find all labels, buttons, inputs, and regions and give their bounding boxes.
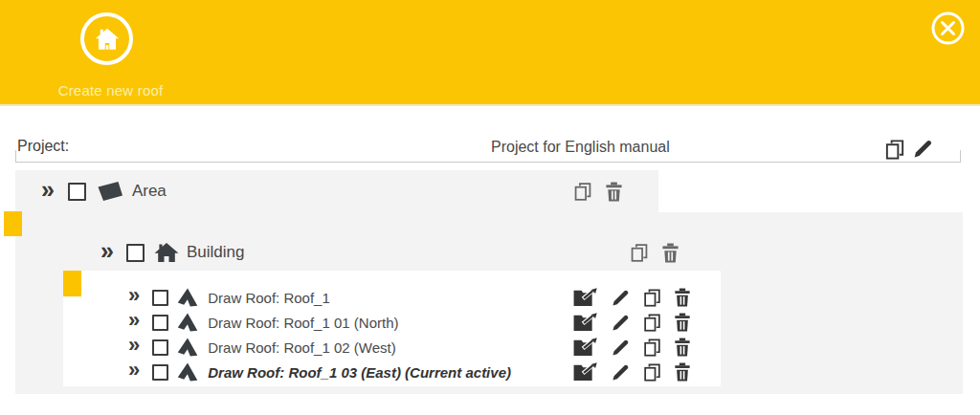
edit-roof-icon[interactable] [611, 313, 631, 333]
copy-building-icon[interactable] [630, 243, 649, 263]
copy-roof-icon[interactable] [643, 313, 661, 333]
copy-roof-icon[interactable] [643, 362, 661, 382]
roof-row: » Draw Roof: Roof_1 01 (North) [63, 310, 721, 335]
home-icon [93, 25, 122, 54]
building-content-panel: » Draw Roof: Roof_1 [63, 271, 721, 386]
project-name-input[interactable] [15, 150, 961, 163]
area-icon [96, 181, 124, 202]
circled-x-icon [930, 11, 966, 46]
open-roof-icon[interactable] [572, 313, 598, 333]
roof-checkbox[interactable] [152, 315, 168, 331]
copy-roof-icon[interactable] [643, 338, 661, 358]
open-roof-icon[interactable] [572, 288, 598, 308]
edit-roof-icon[interactable] [611, 338, 631, 358]
roof-row-current-active: » Draw Roof: Roof_1 03 (East) (Current a… [63, 360, 721, 384]
roof-label: Draw Roof: Roof_1 01 (North) [208, 315, 398, 331]
copy-roof-icon[interactable] [643, 288, 661, 308]
open-roof-icon[interactable] [572, 338, 598, 358]
open-roof-icon[interactable] [572, 362, 598, 382]
roof-tool-window: Create new roof Project: Project for Eng… [0, 0, 980, 415]
roof-checkbox[interactable] [152, 290, 168, 306]
area-level-marker [4, 211, 22, 236]
expand-chevron-icon[interactable]: » [128, 285, 140, 306]
building-level-marker [63, 271, 81, 296]
expand-chevron-icon[interactable]: » [100, 239, 114, 263]
roof-row: » Draw Roof: Roof_1 02 (West) [63, 335, 721, 360]
toolbar: Create new roof [0, 0, 980, 106]
tree-node-building: » Building [15, 233, 963, 272]
expand-chevron-icon[interactable]: » [128, 310, 140, 331]
delete-roof-icon[interactable] [674, 288, 691, 307]
roof-icon [177, 362, 198, 382]
delete-roof-icon[interactable] [674, 362, 691, 382]
delete-roof-icon[interactable] [674, 313, 691, 332]
building-checkbox[interactable] [126, 244, 145, 262]
close-button[interactable] [930, 11, 966, 46]
roof-icon [177, 288, 198, 307]
delete-building-icon[interactable] [661, 243, 679, 263]
copy-project-icon[interactable] [884, 139, 905, 161]
area-checkbox[interactable] [68, 183, 86, 201]
roof-label: Draw Roof: Roof_1 [208, 290, 330, 306]
roof-label: Draw Roof: Roof_1 02 (West) [208, 339, 395, 356]
roof-icon [177, 338, 198, 357]
edit-roof-icon[interactable] [611, 362, 631, 382]
delete-roof-icon[interactable] [674, 338, 691, 357]
expand-chevron-icon[interactable]: » [41, 178, 55, 202]
expand-chevron-icon[interactable]: » [128, 335, 140, 356]
area-content-panel: » Building [15, 212, 963, 394]
expand-chevron-icon[interactable]: » [128, 360, 140, 381]
delete-area-icon[interactable] [605, 182, 623, 202]
building-label: Building [187, 243, 245, 262]
roof-checkbox[interactable] [152, 339, 168, 356]
roof-label: Draw Roof: Roof_1 03 (East) (Current act… [208, 364, 511, 381]
copy-area-icon[interactable] [573, 182, 592, 202]
roof-checkbox[interactable] [152, 364, 168, 381]
edit-project-icon[interactable] [912, 138, 934, 160]
roof-row: » Draw Roof: Roof_1 [63, 285, 721, 310]
roof-icon [177, 313, 198, 332]
create-new-roof-button[interactable] [80, 12, 133, 65]
building-icon [154, 242, 179, 263]
create-new-roof-label: Create new roof [27, 82, 194, 98]
edit-roof-icon[interactable] [611, 288, 631, 308]
tree-node-area: » Area [15, 170, 658, 212]
area-label: Area [132, 182, 167, 201]
